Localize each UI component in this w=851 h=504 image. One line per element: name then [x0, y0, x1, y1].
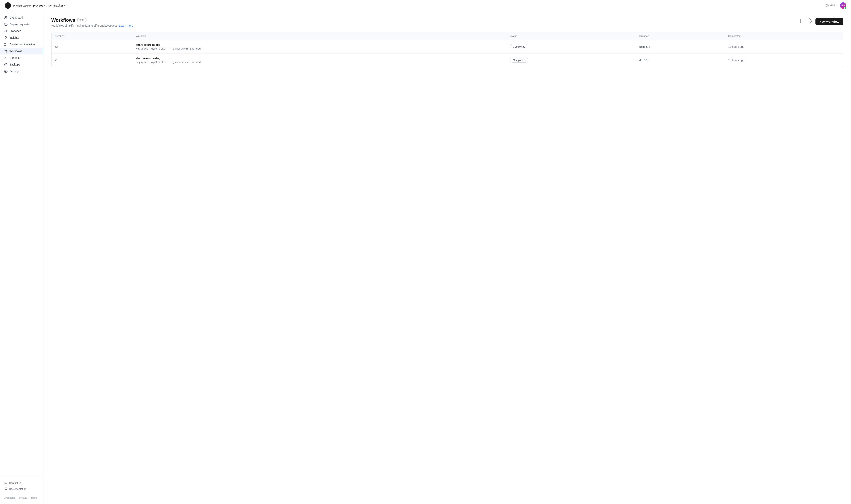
header: planetscale-employees ▾ / gymtracker ▾ M… [0, 0, 851, 11]
arrow-cta: New workflow [800, 17, 843, 26]
nav-slash: / [47, 4, 47, 7]
avatar[interactable]: PS [840, 2, 846, 9]
row-1-keyspace-arrow: → [169, 47, 171, 50]
col-completed: Completed [725, 32, 843, 40]
workflows-table: Number Workflow Status Duration Complete… [52, 32, 843, 67]
bulb-icon [4, 36, 7, 39]
book-icon [4, 487, 7, 490]
sidebar-item-settings[interactable]: Settings [0, 68, 43, 75]
sidebar-item-workflows[interactable]: Workflows [0, 48, 43, 54]
row-2-keyspace: Keyspace: gymtracker → gymtracker-sharde… [136, 60, 504, 64]
svg-marker-4 [4, 16, 7, 18]
avatar-badge [844, 7, 847, 9]
row-2-status-badge: Completed [510, 58, 528, 62]
git-branch-icon [4, 29, 7, 33]
grid-icon [4, 43, 7, 46]
sidebar-item-insights[interactable]: Insights [0, 34, 43, 41]
svg-rect-13 [4, 44, 5, 46]
sidebar: Dashboard Deploy requests [0, 11, 43, 504]
row-1-number: #2 [55, 45, 58, 48]
sidebar-item-dashboard[interactable]: Dashboard [0, 14, 43, 21]
sidebar-label-workflows: Workflows [10, 50, 22, 53]
row-1-status-badge: Completed [510, 44, 528, 49]
chat-icon [4, 481, 7, 485]
svg-rect-11 [6, 43, 7, 44]
table-row[interactable]: #2 shard-exercise-log Keyspace: gymtrack… [52, 40, 843, 53]
row-2-completed: 19 hours ago [728, 59, 744, 62]
row-2-keyspace-from: gymtracker [151, 60, 167, 64]
beta-badge: Beta [77, 18, 87, 22]
sidebar-item-contact-us[interactable]: Contact us [4, 480, 39, 486]
table-row[interactable]: #1 shard-exercise-log Keyspace: gymtrack… [52, 53, 843, 67]
org-selector[interactable]: planetscale-employees ▾ [13, 4, 45, 7]
col-number: Number [52, 32, 133, 40]
row-1-completed: 17 hours ago [728, 45, 744, 48]
documentation-label: Documentation [9, 487, 26, 490]
sidebar-nav: Dashboard Deploy requests [0, 14, 43, 473]
sidebar-label-deploy-requests: Deploy requests [10, 23, 30, 26]
page-title-row: Workflows Beta [51, 17, 133, 23]
row-1-workflow-name: shard-exercise-log [136, 43, 504, 47]
workflows-table-container: Number Workflow Status Duration Complete… [51, 32, 843, 67]
svg-marker-25 [800, 17, 812, 24]
header-left: planetscale-employees ▾ / gymtracker ▾ [5, 2, 65, 9]
row-2-keyspace-label: Keyspace: [136, 60, 150, 64]
sidebar-label-dashboard: Dashboard [10, 16, 23, 19]
table-body: #2 shard-exercise-log Keyspace: gymtrack… [52, 40, 843, 67]
db-selector[interactable]: gymtracker ▾ [49, 4, 65, 7]
logo[interactable] [5, 2, 11, 9]
sidebar-label-console: Console [10, 56, 20, 59]
row-2-workflow-name: shard-exercise-log [136, 57, 504, 60]
svg-rect-10 [4, 43, 5, 44]
page-header: Workflows Beta Workflows simplify moving… [51, 17, 843, 27]
col-workflow: Workflow [133, 32, 507, 40]
svg-point-7 [4, 31, 5, 32]
sidebar-item-console[interactable]: Console [0, 54, 43, 61]
sidebar-label-cluster-configuration: Cluster configuration [10, 43, 35, 46]
changelog-link[interactable]: Changelog [4, 497, 15, 499]
layout: Dashboard Deploy requests [0, 11, 851, 504]
col-duration: Duration [636, 32, 725, 40]
page-title-section: Workflows Beta Workflows simplify moving… [51, 17, 133, 27]
terms-link[interactable]: Terms [31, 497, 37, 499]
svg-point-17 [6, 52, 7, 52]
cloud-icon [4, 22, 7, 26]
row-2-duration: 4m 56s [639, 59, 649, 62]
db-chevron-icon: ▾ [64, 4, 65, 7]
sidebar-item-backups[interactable]: Backups [0, 61, 43, 68]
learn-more-link[interactable]: Learn more [119, 24, 133, 27]
row-2-number: #1 [55, 59, 58, 62]
sidebar-label-branches: Branches [10, 30, 21, 33]
privacy-link[interactable]: Privacy [19, 497, 27, 499]
svg-point-16 [4, 52, 5, 52]
main-content: Workflows Beta Workflows simplify moving… [43, 11, 851, 504]
row-2-keyspace-arrow: → [169, 60, 171, 64]
sidebar-item-documentation[interactable]: Documentation [4, 486, 39, 492]
svg-point-6 [6, 30, 7, 31]
header-right: MST ▾ PS [826, 2, 846, 9]
row-1-duration: 56m 51s [639, 45, 650, 48]
sidebar-label-settings: Settings [10, 70, 20, 73]
row-1-keyspace-label: Keyspace: [136, 47, 150, 50]
gear-icon [4, 70, 7, 73]
timezone-chevron-icon: ▾ [836, 4, 837, 7]
arrow-right-icon [800, 17, 812, 26]
page-title: Workflows [51, 17, 75, 23]
svg-point-14 [4, 50, 5, 51]
contact-us-label: Contact us [9, 482, 21, 484]
sidebar-item-deploy-requests[interactable]: Deploy requests [0, 21, 43, 28]
workflows-icon [4, 49, 7, 53]
svg-rect-12 [6, 44, 7, 46]
row-2-keyspace-to: gymtracker-sharded [173, 60, 201, 64]
row-1-keyspace-from: gymtracker [151, 47, 167, 50]
sidebar-label-insights: Insights [10, 36, 19, 39]
clock-icon [4, 63, 7, 66]
timezone-selector[interactable]: MST ▾ [826, 4, 837, 7]
svg-point-24 [5, 71, 6, 72]
sidebar-label-backups: Backups [10, 63, 20, 66]
col-status: Status [507, 32, 636, 40]
sidebar-item-branches[interactable]: Branches [0, 28, 43, 34]
new-workflow-button[interactable]: New workflow [815, 18, 843, 25]
sidebar-item-cluster-configuration[interactable]: Cluster configuration [0, 41, 43, 48]
header-nav: planetscale-employees ▾ / gymtracker ▾ [13, 4, 65, 7]
